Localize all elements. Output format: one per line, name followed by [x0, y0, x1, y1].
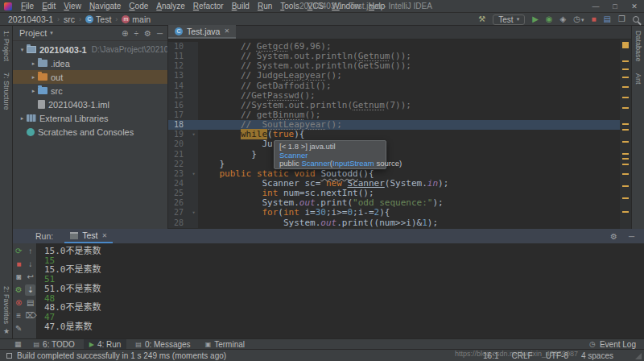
tool-window-switcher-icon[interactable]: ▦ — [0, 340, 28, 348]
tree-item-20210403-1-iml[interactable]: 20210403-1.iml — [13, 98, 167, 111]
hide-button[interactable]: ─ — [157, 29, 163, 38]
thread-dump-button[interactable]: ◙ — [14, 272, 24, 283]
warning-stripe-mark[interactable] — [622, 97, 629, 98]
layout-button[interactable]: ≡ — [14, 310, 24, 322]
menu-build[interactable]: Build — [228, 2, 254, 10]
code-line-28[interactable]: 28 System.out.print((num>>i)&1); — [168, 218, 620, 228]
warning-stripe-mark[interactable] — [622, 185, 629, 187]
tree-arrow-icon[interactable]: ▸ — [29, 74, 38, 81]
scroll-to-end-button[interactable]: ⇣ — [25, 284, 35, 296]
stop-button[interactable]: ■ — [592, 13, 597, 26]
down-stack-button[interactable]: ↓ — [25, 259, 35, 270]
debug-button[interactable]: ◉ — [546, 13, 553, 26]
tooltip-link[interactable]: Scanner — [301, 159, 329, 168]
soft-wrap-button[interactable]: ↩ — [25, 272, 35, 283]
menu-refactor[interactable]: Refactor — [189, 2, 228, 10]
rerun-button[interactable]: ⟳ — [14, 246, 24, 257]
warning-stripe-mark[interactable] — [622, 60, 629, 62]
warning-stripe-mark[interactable] — [622, 129, 629, 131]
tooltip-link[interactable]: InputStream — [332, 159, 374, 168]
warning-stripe-mark[interactable] — [622, 211, 629, 213]
run-tab-test[interactable]: Test ✕ — [64, 229, 113, 243]
warning-stripe-mark[interactable] — [622, 141, 629, 143]
collapse-all-button[interactable]: ÷ — [134, 29, 138, 38]
warning-stripe-mark[interactable] — [622, 107, 629, 109]
minimize-button[interactable]: — — [586, 0, 605, 13]
coverage-settings-button[interactable]: ⚙ — [14, 284, 24, 296]
menu-view[interactable]: View — [60, 2, 85, 10]
menu-edit[interactable]: Edit — [38, 2, 60, 10]
close-run-tab-icon[interactable]: ✕ — [101, 232, 107, 239]
code-area[interactable]: 10 // Getgcd(69,96);11 // System.out.pri… — [168, 39, 620, 229]
tool-window-button-terminal[interactable]: ▣Terminal — [200, 339, 250, 350]
search-everywhere-button[interactable] — [633, 15, 639, 24]
tree-arrow-icon[interactable]: ▾ — [18, 47, 27, 53]
tree-item-scratches-and-consoles[interactable]: Scratches and Consoles — [13, 125, 167, 139]
tree-arrow-icon[interactable]: ▸ — [18, 115, 27, 122]
hide-panel-icon[interactable]: ─ — [629, 232, 634, 241]
open-recent-button[interactable]: ▤ — [604, 13, 611, 26]
editor-tab-test-java[interactable]: C Test.java ✕ — [168, 25, 236, 39]
menu-analyze[interactable]: Analyze — [152, 2, 189, 10]
menu-file[interactable]: File — [17, 2, 38, 10]
tool-window-button-run[interactable]: ▶4: Run — [84, 339, 127, 350]
fold-marker[interactable]: ▾ — [189, 208, 198, 218]
warning-stripe-mark[interactable] — [622, 68, 629, 70]
locate-button[interactable]: ⊕ — [122, 29, 128, 38]
warning-stripe-mark[interactable] — [622, 164, 629, 165]
tool-window-button-messages[interactable]: ▤0: Messages — [130, 339, 196, 350]
warning-stripe-mark[interactable] — [622, 77, 629, 78]
close-button[interactable]: ✕ — [625, 0, 644, 13]
fold-marker[interactable]: ▾ — [189, 130, 198, 139]
fold-marker[interactable]: ▾ — [189, 169, 198, 179]
maximize-button[interactable]: □ — [605, 0, 625, 13]
run-settings-icon[interactable]: ⚙ — [610, 232, 617, 241]
indent-size[interactable]: 4 spaces — [581, 351, 613, 360]
build-button[interactable]: ⚒ — [478, 13, 485, 26]
error-stripe-scrollbar[interactable] — [620, 39, 631, 229]
warning-stripe-mark[interactable] — [622, 153, 629, 155]
run-config-combo[interactable]: Test▾ — [493, 15, 525, 25]
tree-item-out[interactable]: ▸out — [13, 70, 167, 84]
tool-stripe-1-project[interactable]: 1: Project — [2, 31, 10, 61]
file-encoding[interactable]: UTF-8 — [546, 351, 568, 360]
clear-all-button[interactable]: ⌦ — [25, 310, 35, 322]
warning-stripe-mark[interactable] — [622, 86, 629, 88]
menu-code[interactable]: Code — [125, 2, 152, 10]
status-icon[interactable] — [6, 353, 12, 359]
stop-button[interactable]: ■ — [14, 259, 24, 270]
print-button[interactable]: ▤ — [25, 297, 35, 309]
menu-run[interactable]: Run — [254, 2, 276, 10]
tree-item-idea[interactable]: ▸.idea — [13, 56, 167, 70]
warning-stripe-mark[interactable] — [622, 197, 629, 199]
settings-button[interactable]: ⚙ — [144, 29, 151, 38]
line-separator[interactable]: CRLF — [512, 351, 533, 360]
coverage-button[interactable]: ◈ — [560, 13, 567, 26]
tool-stripe-2-favorites[interactable]: 2: Favorites — [2, 286, 10, 324]
up-stack-button[interactable]: ↑ — [25, 246, 35, 257]
tool-stripe-ant[interactable]: Ant — [634, 73, 642, 85]
inspection-status-square[interactable] — [622, 42, 629, 48]
warning-stripe-mark[interactable] — [622, 158, 629, 160]
code-line-21[interactable]: 21 } — [168, 150, 620, 160]
caret-position[interactable]: 16:1 — [483, 351, 498, 360]
project-panel-title[interactable]: Project — [19, 28, 47, 38]
pin-button[interactable]: ✎ — [14, 323, 24, 334]
warning-stripe-mark[interactable] — [622, 173, 629, 175]
tool-stripe-database[interactable]: Database — [634, 31, 642, 62]
profiler-button[interactable]: ◷▾ — [573, 13, 584, 27]
tree-arrow-icon[interactable]: ▸ — [29, 88, 38, 94]
warning-stripe-mark[interactable] — [622, 123, 629, 125]
close-tab-icon[interactable]: ✕ — [224, 27, 229, 35]
tool-window-button-todo[interactable]: ▤6: TODO — [28, 339, 80, 350]
exit-button[interactable]: ⊗ — [14, 297, 24, 309]
tree-arrow-icon[interactable]: ▸ — [29, 60, 38, 67]
tool-windows-button[interactable]: ❒ — [618, 13, 625, 26]
event-log-button[interactable]: ◷ Event Log — [589, 340, 636, 349]
tree-item-src[interactable]: ▸src — [13, 84, 167, 98]
tree-item-20210403-1[interactable]: ▾20210403-1D:\JavaProject\20210403-1 — [13, 43, 167, 56]
tree-item-external-libraries[interactable]: ▸External Libraries — [13, 111, 167, 125]
menu-navigate[interactable]: Navigate — [85, 2, 125, 10]
tooltip-link[interactable]: Scanner — [279, 151, 308, 160]
tool-stripe-7-structure[interactable]: 7: Structure — [2, 73, 10, 110]
